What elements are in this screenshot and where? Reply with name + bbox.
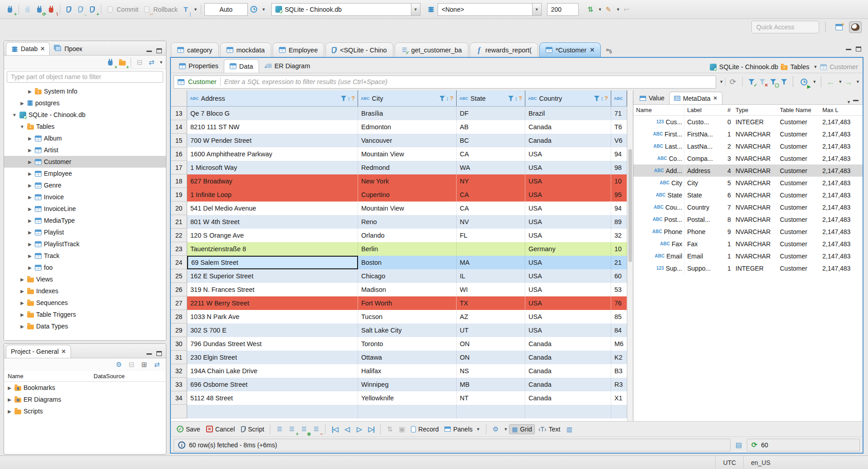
- nav-forward-caret-icon[interactable]: ▼: [856, 80, 860, 84]
- sort-icon[interactable]: ↕: [348, 95, 351, 102]
- data-cell[interactable]: USA: [525, 283, 611, 296]
- row-number-cell[interactable]: 30: [171, 337, 187, 351]
- sidebar-item-sequences[interactable]: ▶Sequences: [4, 297, 166, 309]
- datasource-dropdown-icon[interactable]: ▼: [411, 4, 420, 15]
- data-cell[interactable]: Berlin: [358, 242, 457, 256]
- new-sql-editor-icon[interactable]: [63, 4, 74, 15]
- auto-refresh-caret-icon[interactable]: ▼: [812, 80, 816, 84]
- data-cell[interactable]: X1: [611, 391, 627, 405]
- tab-properties[interactable]: Properties: [174, 59, 224, 73]
- data-cell[interactable]: 89: [611, 215, 627, 229]
- data-cell[interactable]: B3: [611, 364, 627, 378]
- txn-mode-combo[interactable]: Auto: [204, 3, 248, 16]
- fetch-size-input[interactable]: 200: [547, 3, 579, 16]
- brush-caret-icon[interactable]: ▼: [616, 7, 620, 12]
- collapse-all-icon[interactable]: ⊟: [134, 57, 145, 68]
- data-cell[interactable]: MA: [457, 256, 525, 269]
- row-number-cell[interactable]: 29: [171, 324, 187, 337]
- sidebar-item-invoiceline[interactable]: ▶InvoiceLine: [4, 203, 166, 215]
- data-cell[interactable]: BC: [457, 134, 525, 147]
- row-number-cell[interactable]: 21: [171, 215, 187, 229]
- schema-combo[interactable]: <None> ▼: [438, 3, 542, 16]
- undo-icon[interactable]: ↩: [621, 4, 632, 15]
- previous-row-icon[interactable]: ◁: [341, 424, 352, 435]
- history-caret-icon[interactable]: ▼: [262, 7, 266, 12]
- data-cell[interactable]: [525, 405, 611, 418]
- sidebar-item-foo[interactable]: ▶foo: [4, 262, 166, 273]
- row-number-cell[interactable]: 17: [171, 161, 187, 174]
- data-cell[interactable]: 230 Elgin Street: [187, 351, 358, 364]
- tab-database-navigator[interactable]: Datab ✕: [6, 42, 50, 55]
- maximize-icon[interactable]: [854, 44, 863, 53]
- new-connection-icon[interactable]: +: [5, 4, 15, 15]
- sidebar-item-album[interactable]: ▶Album: [4, 132, 166, 144]
- new-sql-script-icon[interactable]: +: [87, 4, 98, 15]
- nav-forward-icon[interactable]: →: [844, 78, 853, 86]
- column-header-postalcode[interactable]: ABC: [611, 90, 627, 106]
- data-cell[interactable]: 541 Del Medio Avenue: [187, 202, 358, 215]
- grid-vertical-scrollbar[interactable]: [627, 90, 633, 421]
- data-cell[interactable]: TX: [457, 296, 525, 310]
- editor-tab-category[interactable]: category: [171, 42, 219, 57]
- tab-project-general[interactable]: Project - General ✕: [6, 345, 71, 358]
- reconnect-icon[interactable]: ⟳: [34, 4, 45, 15]
- minimize-icon[interactable]: [844, 44, 854, 53]
- cancel-button[interactable]: ✕Cancel: [204, 425, 237, 434]
- tree-expander-icon[interactable]: ▶: [27, 230, 33, 235]
- tree-expander-icon[interactable]: ▶: [19, 277, 25, 282]
- data-cell[interactable]: Canada: [525, 337, 611, 351]
- filter-funnel-icon[interactable]: [508, 96, 514, 101]
- data-cell[interactable]: USA: [525, 310, 611, 324]
- meta-column-header-table-name[interactable]: Table Name: [777, 105, 820, 115]
- project-row-scripts[interactable]: ▶Scripts: [4, 405, 166, 417]
- column-header-state[interactable]: ABCState↕?: [457, 90, 525, 106]
- refresh-icon[interactable]: ⟳: [727, 76, 738, 87]
- editor-tab--customer[interactable]: *Customer✕: [539, 42, 601, 57]
- tree-expander-icon[interactable]: ▶: [27, 206, 33, 211]
- minimize-icon[interactable]: [851, 95, 861, 104]
- filter-funnel-icon[interactable]: [594, 96, 600, 101]
- order-hint-icon[interactable]: ?: [519, 95, 522, 102]
- data-cell[interactable]: Canada: [525, 391, 611, 405]
- row-number-cell[interactable]: 32: [171, 364, 187, 378]
- data-cell[interactable]: R3: [611, 378, 627, 391]
- nav-back-icon[interactable]: ←: [826, 78, 835, 86]
- data-cell[interactable]: AB: [457, 120, 525, 134]
- format-brush-icon[interactable]: ✎: [603, 4, 614, 15]
- row-number-cell[interactable]: 20: [171, 202, 187, 215]
- tree-expander-icon[interactable]: ▶: [27, 265, 33, 270]
- data-cell[interactable]: New York: [358, 174, 457, 188]
- meta-column-header-name[interactable]: Name: [633, 105, 684, 115]
- data-cell[interactable]: WI: [457, 283, 525, 296]
- data-cell[interactable]: Toronto: [358, 337, 457, 351]
- data-cell[interactable]: CA: [457, 147, 525, 161]
- column-header-city[interactable]: ABCCity↕?: [358, 90, 457, 106]
- data-cell[interactable]: FL: [457, 229, 525, 242]
- data-cell[interactable]: Chicago: [358, 269, 457, 283]
- sidebar-item-data-types[interactable]: ▶Data Types: [4, 320, 166, 332]
- data-cell[interactable]: Canada: [525, 378, 611, 391]
- editor-tab--sqlite-chino[interactable]: <SQLite - Chino: [326, 42, 393, 57]
- tab-value[interactable]: Value: [635, 92, 669, 104]
- data-cell[interactable]: Fort Worth: [358, 296, 457, 310]
- data-cell[interactable]: NV: [457, 215, 525, 229]
- tree-expander-icon[interactable]: ▶: [7, 397, 12, 402]
- metadata-row[interactable]: ABCCityCity5NVARCHARCustomer2,147,483: [633, 177, 863, 189]
- data-cell[interactable]: Yellowknife: [358, 391, 457, 405]
- row-number-cell[interactable]: 19: [171, 188, 187, 202]
- row-number-cell[interactable]: 34: [171, 391, 187, 405]
- data-cell[interactable]: 69 Salem Street: [187, 256, 358, 269]
- sidebar-item-tables[interactable]: ▼≡Tables: [4, 121, 166, 132]
- data-cell[interactable]: ON: [457, 351, 525, 364]
- data-cell[interactable]: [457, 405, 525, 418]
- panels-button[interactable]: Panels▼: [442, 425, 482, 434]
- data-cell[interactable]: 302 S 700 E: [187, 324, 358, 337]
- sidebar-item-sqlite-chinook-db[interactable]: ▼SQLite - Chinook.db: [4, 109, 166, 121]
- data-cell[interactable]: NT: [457, 391, 525, 405]
- sort-icon[interactable]: ↕: [601, 95, 604, 102]
- sort-icon[interactable]: ↕: [515, 95, 518, 102]
- sidebar-item-postgres[interactable]: ▶postgres: [4, 97, 166, 109]
- data-cell[interactable]: AZ: [457, 310, 525, 324]
- data-cell[interactable]: USA: [525, 256, 611, 269]
- filter-history-icon[interactable]: ▼: [719, 80, 723, 84]
